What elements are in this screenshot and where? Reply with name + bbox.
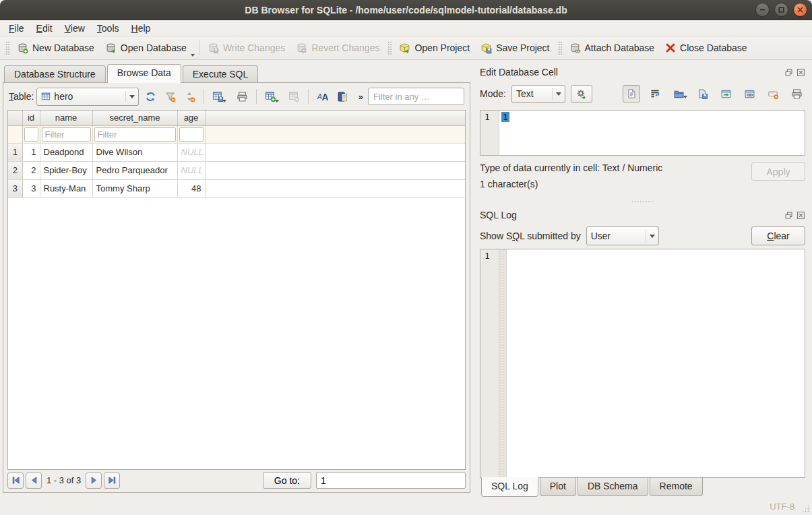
export-cell-button[interactable]: [693, 85, 711, 102]
cell-editor-content[interactable]: 1: [499, 111, 805, 155]
table-row: 3 3 Rusty-Man Tommy Sharp 48: [8, 179, 465, 198]
menu-edit[interactable]: Edit: [30, 22, 59, 35]
column-header-id[interactable]: id: [22, 111, 40, 125]
tab-execute-sql[interactable]: Execute SQL: [183, 65, 259, 83]
grid-viewport[interactable]: [8, 198, 465, 470]
dock-splitter[interactable]: [480, 198, 805, 206]
open-database-dropdown-icon[interactable]: [191, 54, 195, 57]
column-header-age[interactable]: age: [177, 111, 205, 125]
filter-input-age[interactable]: [179, 127, 204, 142]
cell-name[interactable]: Rusty-Man: [40, 179, 92, 198]
cell-name[interactable]: Spider-Boy: [40, 161, 92, 179]
maximize-button[interactable]: [774, 3, 788, 17]
filter-any-input[interactable]: [368, 88, 464, 105]
cell-id[interactable]: 2: [22, 161, 40, 179]
minimize-button[interactable]: [755, 3, 770, 17]
save-project-button[interactable]: Save Project: [475, 40, 555, 57]
sql-log-dock-header: SQL Log: [480, 208, 805, 222]
cell-editor[interactable]: 1 1: [480, 110, 805, 156]
cell-age[interactable]: NULL: [177, 161, 205, 179]
font-settings-button[interactable]: A A: [314, 88, 331, 105]
dock-tab-sql-log[interactable]: SQL Log: [481, 477, 538, 497]
record-navigation: 1 - 3 of 3 Go to:: [3, 470, 470, 492]
close-database-button[interactable]: Close Database: [660, 40, 753, 56]
apply-button[interactable]: Apply: [751, 162, 805, 181]
link-cell-button[interactable]: [741, 85, 758, 102]
auto-switch-mode-button[interactable]: [571, 85, 592, 103]
toolbar-overflow-button[interactable]: »: [356, 92, 365, 102]
cell-age[interactable]: 48: [177, 179, 205, 198]
word-wrap-button[interactable]: [646, 85, 664, 102]
set-null-button[interactable]: [764, 85, 782, 102]
resize-grip[interactable]: [801, 504, 810, 513]
dock-tab-remote[interactable]: Remote: [650, 478, 703, 496]
last-record-button[interactable]: [104, 473, 120, 489]
filter-input-id[interactable]: [24, 127, 38, 142]
row-header[interactable]: 2: [8, 161, 22, 179]
print-cell-button[interactable]: [788, 85, 805, 102]
row-header[interactable]: 3: [8, 179, 22, 198]
filter-input-secret-name[interactable]: [94, 127, 176, 142]
open-project-button[interactable]: Open Project: [394, 40, 475, 57]
close-dock-icon[interactable]: [797, 211, 805, 220]
refresh-button[interactable]: [142, 88, 158, 105]
column-header-secret-name[interactable]: secret_name: [92, 111, 177, 125]
sql-log-editor[interactable]: 1: [480, 249, 805, 478]
delete-record-button[interactable]: [286, 88, 303, 105]
revert-changes-button[interactable]: Revert Changes: [290, 40, 385, 57]
grid-corner[interactable]: [8, 111, 22, 125]
apply-cell-button[interactable]: [717, 85, 735, 102]
menu-help[interactable]: Help: [125, 22, 157, 35]
filter-input-name[interactable]: [42, 127, 91, 142]
open-database-button[interactable]: Open Database: [100, 40, 192, 57]
print-table-button[interactable]: [233, 88, 250, 105]
cell-info: Type of data currently in cell: Text / N…: [480, 162, 805, 198]
row-header[interactable]: 1: [8, 143, 22, 161]
float-dock-icon[interactable]: [784, 68, 793, 77]
menu-file[interactable]: File: [3, 22, 30, 35]
clear-filters-button[interactable]: [162, 88, 179, 105]
close-button[interactable]: [793, 3, 807, 17]
tab-browse-data[interactable]: Browse Data: [107, 64, 181, 83]
table-select[interactable]: hero: [36, 88, 139, 106]
cell-age[interactable]: NULL: [177, 143, 205, 161]
cell-name[interactable]: Deadpond: [40, 143, 92, 161]
mode-select[interactable]: Text: [511, 85, 565, 103]
cell-secret-name[interactable]: Tommy Sharp: [92, 179, 177, 198]
goto-input[interactable]: [316, 472, 466, 489]
cell-id[interactable]: 3: [22, 179, 40, 198]
new-database-label: New Database: [32, 42, 94, 53]
previous-record-button[interactable]: [26, 473, 42, 489]
float-dock-icon[interactable]: [784, 211, 793, 220]
import-cell-button[interactable]: [670, 85, 687, 102]
toolbar-grip[interactable]: [5, 40, 9, 55]
attach-database-button[interactable]: Attach Database: [564, 40, 660, 57]
menu-view[interactable]: View: [59, 22, 91, 35]
dock-tab-db-schema[interactable]: DB Schema: [577, 478, 648, 496]
toolbar-grip[interactable]: [387, 40, 392, 55]
clear-sort-button[interactable]: [181, 88, 198, 105]
write-changes-button[interactable]: Write Changes: [202, 40, 290, 57]
save-table-button[interactable]: [210, 88, 230, 105]
gear-icon: [575, 88, 587, 100]
new-database-button[interactable]: New Database: [11, 40, 100, 57]
text-mode-button[interactable]: [623, 85, 640, 102]
cell-secret-name[interactable]: Dive Wilson: [92, 143, 177, 161]
first-record-button[interactable]: [7, 473, 24, 489]
toolbar-grip[interactable]: [557, 40, 562, 55]
close-dock-icon[interactable]: [797, 68, 805, 77]
column-header-name[interactable]: name: [40, 111, 92, 125]
cell-id[interactable]: 1: [22, 143, 40, 161]
goto-button[interactable]: Go to:: [263, 472, 311, 489]
insert-record-button[interactable]: [262, 88, 283, 105]
cell-secret-name[interactable]: Pedro Parqueador: [92, 161, 177, 179]
menu-tools[interactable]: Tools: [91, 22, 125, 35]
sql-source-select[interactable]: User: [586, 226, 659, 245]
sql-log-content[interactable]: [507, 249, 805, 477]
clear-log-button[interactable]: Clear: [751, 226, 805, 245]
next-record-button[interactable]: [86, 473, 102, 489]
titlebar[interactable]: DB Browser for SQLite - /home/user/code/…: [0, 0, 812, 20]
binary-view-button[interactable]: [334, 88, 350, 105]
tab-database-structure[interactable]: Database Structure: [4, 65, 106, 83]
dock-tab-plot[interactable]: Plot: [540, 478, 576, 496]
